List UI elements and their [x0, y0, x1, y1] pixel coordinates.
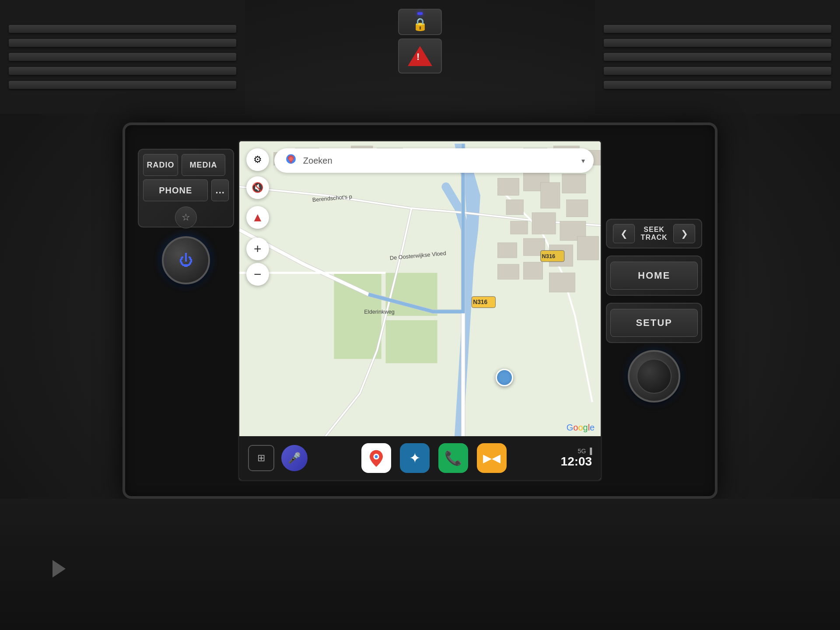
search-bar[interactable]: Zoeken ▾ [274, 148, 594, 173]
vent-slat [9, 81, 236, 89]
microphone-button[interactable]: 🎤 [281, 445, 308, 471]
taskbar-left-controls: ⊞ 🎤 [248, 445, 308, 471]
vent-slat [9, 25, 236, 33]
vent-slat [604, 67, 831, 75]
settings-icon: ⚙ [253, 154, 262, 165]
taskbar: ⊞ 🎤 [239, 436, 601, 480]
right-controls-panel: ❮ SEEK TRACK ❯ HOME SETUP [602, 140, 706, 481]
lock-icon: 🔒 [413, 17, 428, 32]
map-settings-button[interactable]: ⚙ [246, 148, 269, 171]
zoom-out-icon: − [254, 267, 262, 282]
left-controls-panel: RADIO MEDIA PHONE ... ☆ ⏻ [134, 140, 238, 481]
vent-slat [604, 53, 831, 61]
seek-next-button[interactable]: ❯ [673, 224, 695, 243]
dashboard: 🔒 RADIO MEDIA PHONE ... ☆ [0, 0, 840, 630]
vent-slat [604, 39, 831, 47]
google-g2-letter: g [583, 423, 588, 432]
hazard-triangle-icon [408, 46, 432, 66]
bottom-dashboard [0, 499, 840, 630]
hazard-button[interactable] [398, 38, 442, 74]
google-o2-letter: o [578, 423, 583, 432]
map-compass-button[interactable]: ▲ [246, 206, 269, 229]
google-maps-app-button[interactable] [361, 443, 391, 473]
svg-rect-17 [497, 264, 519, 279]
map-area[interactable]: Berendschot's p De Oosterwijkse Vloed El… [239, 141, 601, 439]
seek-next-icon: ❯ [681, 228, 688, 239]
radio-button[interactable]: RADIO [143, 154, 178, 176]
seek-prev-button[interactable]: ❮ [613, 224, 635, 243]
google-e-letter: e [590, 423, 595, 432]
svg-point-41 [375, 455, 378, 458]
map-zoom-out-button[interactable]: − [246, 263, 269, 286]
vent-slat [604, 25, 831, 33]
taskbar-status: 5G ▐ 12:03 [561, 448, 592, 469]
svg-text:Elderinkweg: Elderinkweg [364, 308, 395, 315]
more-button[interactable]: ... [211, 179, 228, 201]
map-mute-button[interactable]: 🔇 [246, 176, 269, 199]
search-placeholder: Zoeken [303, 156, 581, 166]
favorites-button[interactable]: ☆ [175, 206, 197, 228]
google-g-letter: G [567, 423, 574, 432]
vent-slat [9, 53, 236, 61]
vent-slat [9, 39, 236, 47]
phone-button[interactable]: PHONE [143, 179, 208, 201]
mute-icon: 🔇 [252, 182, 263, 193]
hazard-area: 🔒 [398, 9, 442, 74]
infotainment-screen: Berendschot's p De Oosterwijkse Vloed El… [238, 140, 602, 481]
power-knob[interactable]: ⏻ [162, 236, 210, 284]
vent-slat [604, 81, 831, 89]
svg-rect-6 [506, 200, 523, 214]
setup-button-group: SETUP [606, 303, 702, 343]
media-button[interactable]: MEDIA [182, 154, 225, 176]
grid-icon: ⊞ [257, 452, 265, 464]
dropbox-icon: ✦ [409, 450, 421, 466]
compass-icon: ▲ [252, 210, 264, 224]
seek-prev-icon: ❮ [620, 228, 628, 239]
maps-app-icon [365, 447, 387, 469]
setup-button[interactable]: SETUP [610, 309, 698, 337]
play-indicator [52, 560, 70, 578]
top-button-group: RADIO MEDIA PHONE ... ☆ [138, 149, 234, 228]
signal-text: 5G [578, 448, 586, 455]
lock-button[interactable]: 🔒 [398, 9, 442, 35]
infotainment-unit: RADIO MEDIA PHONE ... ☆ ⏻ [122, 122, 718, 499]
seek-label: SEEK [635, 226, 673, 234]
svg-rect-2 [385, 320, 437, 363]
map-zoom-in-button[interactable]: + [246, 238, 269, 260]
dropbox-app-button[interactable]: ✦ [400, 443, 430, 473]
volume-knob-inner [637, 359, 672, 394]
grid-view-button[interactable]: ⊞ [248, 445, 274, 471]
svg-text:N316: N316 [542, 253, 555, 259]
location-indicator [496, 369, 513, 386]
svg-rect-8 [562, 174, 586, 193]
maps-pin-icon [283, 153, 299, 168]
home-button-group: HOME [606, 256, 702, 296]
phone-app-button[interactable]: 📞 [438, 443, 468, 473]
seek-track-group: ❮ SEEK TRACK ❯ [606, 219, 702, 248]
time-display: 12:03 [561, 455, 592, 469]
search-chevron-icon: ▾ [581, 157, 585, 165]
signal-bars-icon: ▐ [588, 448, 592, 455]
audible-icon: ▶◀ [483, 452, 500, 465]
vent-slat [9, 67, 236, 75]
volume-knob[interactable] [628, 350, 680, 402]
track-label: TRACK [635, 234, 673, 242]
home-button[interactable]: HOME [610, 262, 698, 290]
svg-rect-9 [566, 200, 588, 217]
vent-left [0, 0, 245, 114]
zoom-in-icon: + [254, 242, 262, 256]
google-watermark: Google [567, 423, 595, 433]
svg-rect-11 [532, 213, 556, 234]
svg-rect-4 [497, 178, 519, 195]
vent-right [595, 0, 840, 114]
signal-indicator: 5G ▐ [578, 448, 592, 455]
taskbar-app-icons: ✦ 📞 ▶◀ [316, 443, 552, 473]
svg-rect-19 [549, 273, 575, 292]
phone-icon: 📞 [444, 450, 462, 466]
audible-app-button[interactable]: ▶◀ [477, 443, 507, 473]
svg-rect-16 [577, 236, 598, 260]
seek-track-label: SEEK TRACK [635, 226, 673, 242]
power-icon: ⏻ [179, 252, 193, 269]
google-o1-letter: o [573, 423, 578, 432]
svg-rect-13 [497, 243, 517, 258]
